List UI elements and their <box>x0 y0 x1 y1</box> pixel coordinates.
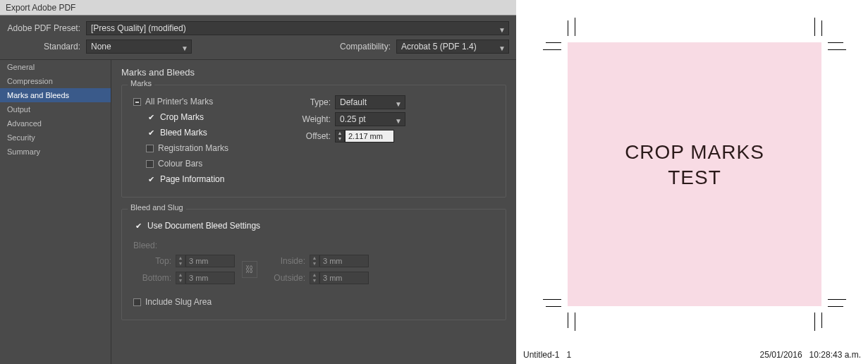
crop-mark <box>575 18 575 36</box>
bleed-bottom-label: Bottom: <box>130 273 176 283</box>
include-slug-area-label: Include Slug Area <box>145 297 212 307</box>
sidebar: General Compression Marks and Bleeds Out… <box>0 60 111 364</box>
bleed-grid: Top: ▲▼3 mm Bottom: ▲▼3 mm ⛓ Inside: ▲▼3… <box>130 255 497 284</box>
bleed-slug-group: Bleed and Slug ✔ Use Document Bleed Sett… <box>121 209 506 320</box>
bleed-bottom-input: 3 mm <box>185 272 235 284</box>
bleed-top-label: Top: <box>130 256 176 266</box>
bleed-mark <box>546 42 561 43</box>
crop-mark <box>814 18 815 36</box>
offset-label: Offset: <box>286 131 335 141</box>
registration-marks-label: Registration Marks <box>158 143 228 153</box>
bleed-mark <box>821 20 822 36</box>
crop-mark <box>575 313 575 331</box>
compat-label: Compatibility: <box>340 42 396 51</box>
offset-input[interactable]: 2.117 mm <box>345 130 394 142</box>
sidebar-item-security[interactable]: Security <box>0 131 111 145</box>
sidebar-item-summary[interactable]: Summary <box>0 145 111 159</box>
chevron-down-icon: ▼ <box>395 115 402 128</box>
use-document-bleed-checkbox[interactable]: ✔ Use Document Bleed Settings <box>130 218 497 233</box>
marks-group: Marks All Printer's Marks ✔ Crop Marks ✔ <box>121 85 506 198</box>
use-document-bleed-label: Use Document Bleed Settings <box>147 221 260 231</box>
export-pdf-dialog: Export Adobe PDF Adobe PDF Preset: [Pres… <box>0 0 516 364</box>
bleed-top-input: 3 mm <box>185 255 235 267</box>
type-label: Type: <box>286 97 335 107</box>
crop-mark <box>543 49 561 50</box>
colour-bars-checkbox[interactable]: Colour Bars <box>130 156 286 171</box>
dialog-body: General Compression Marks and Bleeds Out… <box>0 59 516 364</box>
docname: Untitled-1 <box>523 350 559 360</box>
page-information-checkbox[interactable]: ✔ Page Information <box>130 171 286 187</box>
bleed-inside-label: Inside: <box>264 256 310 266</box>
bleed-label: Bleed: <box>133 241 497 250</box>
type-select[interactable]: Default ▼ <box>335 95 405 109</box>
checkbox-mixed-icon <box>133 98 141 106</box>
bleed-marks-label: Bleed Marks <box>160 128 207 138</box>
crop-mark <box>828 299 846 300</box>
weight-select[interactable]: 0.25 pt ▼ <box>335 112 405 126</box>
weight-label: Weight: <box>286 114 335 124</box>
bleed-marks-checkbox[interactable]: ✔ Bleed Marks <box>130 125 286 140</box>
date: 25/01/2016 <box>760 350 802 360</box>
sidebar-item-marks-and-bleeds[interactable]: Marks and Bleeds <box>0 88 111 102</box>
marks-legend: Marks <box>128 79 154 87</box>
crop-mark <box>543 299 561 300</box>
all-printers-marks-checkbox[interactable]: All Printer's Marks <box>130 94 286 109</box>
checkmark-icon: ✔ <box>146 175 156 184</box>
preset-select[interactable]: [Press Quality] (modified) ▼ <box>86 21 509 35</box>
bleed-mark <box>821 313 822 328</box>
all-printers-marks-label: All Printer's Marks <box>145 97 213 107</box>
crop-mark <box>814 313 815 331</box>
pagenum: 1 <box>566 350 571 360</box>
bleed-slug-legend: Bleed and Slug <box>128 203 186 212</box>
bleed-mark <box>546 306 561 307</box>
chevron-down-icon: ▼ <box>499 42 506 55</box>
bleed-inside-input: 3 mm <box>319 255 369 267</box>
checkmark-icon: ✔ <box>146 113 156 122</box>
crop-mark <box>828 49 846 50</box>
checkmark-icon: ✔ <box>146 128 156 138</box>
bleed-mark <box>828 42 843 43</box>
type-value: Default <box>340 97 367 107</box>
chevron-down-icon: ▼ <box>395 98 402 111</box>
spinner-icon: ▲▼ <box>310 272 319 284</box>
sidebar-item-general[interactable]: General <box>0 60 111 74</box>
spinner-icon: ▲▼ <box>176 255 185 267</box>
colour-bars-label: Colour Bars <box>158 159 202 169</box>
spinner-icon: ▲▼ <box>310 255 319 267</box>
bleed-outside-input: 3 mm <box>319 272 369 284</box>
crop-marks-label: Crop Marks <box>160 112 204 122</box>
link-icon: ⛓ <box>242 261 257 278</box>
chevron-down-icon: ▼ <box>181 42 188 55</box>
weight-value: 0.25 pt <box>340 114 366 124</box>
offset-stepper[interactable]: ▲▼ 2.117 mm <box>335 130 394 142</box>
page-information-label: Page Information <box>160 174 224 184</box>
window-title: Export Adobe PDF <box>0 0 516 16</box>
crop-marks-checkbox[interactable]: ✔ Crop Marks <box>130 109 286 125</box>
standard-select[interactable]: None ▼ <box>86 40 192 54</box>
checkmark-icon: ✔ <box>133 222 143 231</box>
compat-select[interactable]: Acrobat 5 (PDF 1.4) ▼ <box>396 40 509 54</box>
bleed-outside-label: Outside: <box>264 273 310 283</box>
checkbox-empty-icon <box>146 145 154 152</box>
preset-row: Adobe PDF Preset: [Press Quality] (modif… <box>0 16 516 38</box>
spinner-icon: ▲▼ <box>176 272 185 284</box>
compat-value: Acrobat 5 (PDF 1.4) <box>401 42 477 51</box>
page-text-line1: CROP MARKS <box>568 141 821 164</box>
registration-marks-checkbox[interactable]: Registration Marks <box>130 140 286 156</box>
checkbox-empty-icon <box>146 160 154 168</box>
bleed-mark <box>568 313 568 328</box>
bleed-mark <box>828 306 843 307</box>
include-slug-area-checkbox[interactable]: Include Slug Area <box>130 294 497 310</box>
bleed-mark <box>568 20 568 36</box>
sidebar-item-advanced[interactable]: Advanced <box>0 116 111 131</box>
sidebar-item-output[interactable]: Output <box>0 102 111 116</box>
preset-label: Adobe PDF Preset: <box>7 23 86 33</box>
chevron-down-icon: ▼ <box>499 24 506 37</box>
standard-label: Standard: <box>7 42 86 51</box>
spinner-icon[interactable]: ▲▼ <box>335 130 345 142</box>
panel-title: Marks and Bleeds <box>121 67 506 78</box>
document-preview: CROP MARKS TEST Untitled-1 1 25/01/2016 … <box>516 0 868 364</box>
panel: Marks and Bleeds Marks All Printer's Mar… <box>111 60 516 364</box>
sidebar-item-compression[interactable]: Compression <box>0 74 111 88</box>
checkbox-empty-icon <box>133 298 141 306</box>
